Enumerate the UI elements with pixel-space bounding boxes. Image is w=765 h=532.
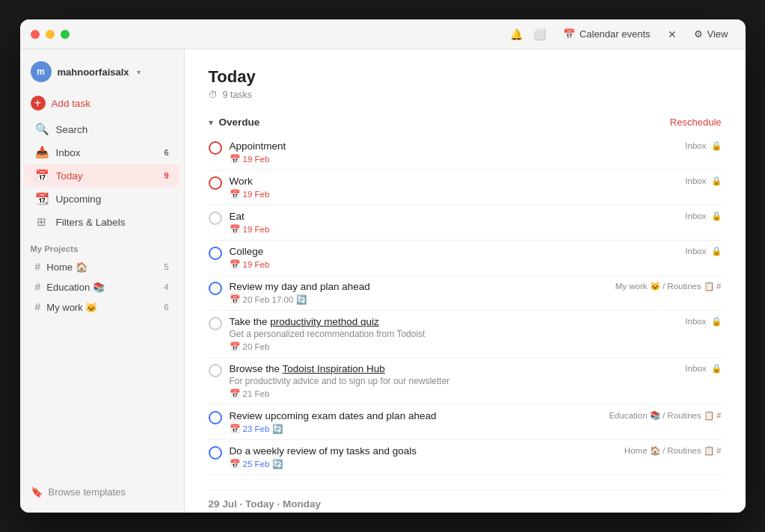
- app-window: 🔔 ⬜ 📅 Calendar events ✕ ⚙ View m mahnoor…: [20, 19, 746, 513]
- task-title: College: [230, 246, 671, 257]
- calendar-date-icon: 📅: [230, 294, 240, 305]
- filters-icon: ⊞: [35, 215, 49, 229]
- user-chevron-icon: ▾: [137, 68, 141, 76]
- user-profile[interactable]: m mahnoorfaisalx ▾: [20, 57, 184, 91]
- calendar-date-icon: 📅: [230, 389, 240, 399]
- inbox-badge: 6: [164, 148, 168, 157]
- task-item[interactable]: Review upcoming exam dates and plan ahea…: [209, 405, 722, 440]
- task-checkbox[interactable]: [209, 364, 222, 377]
- task-body: Browse the Todoist Inspiration Hub For p…: [230, 363, 671, 399]
- task-item[interactable]: College 📅 19 Feb Inbox 🔒: [209, 241, 722, 276]
- sidebar-item-today[interactable]: 📅 Today 9: [25, 164, 179, 187]
- task-count-row: ⏱ 9 tasks: [209, 90, 722, 100]
- task-count-icon: ⏱: [209, 90, 218, 100]
- task-checkbox[interactable]: [209, 211, 222, 225]
- task-body: College 📅 19 Feb: [230, 246, 671, 270]
- sidebar-item-filters[interactable]: ⊞ Filters & Labels: [25, 211, 179, 233]
- task-checkbox[interactable]: [209, 282, 222, 295]
- task-checkbox[interactable]: [209, 176, 222, 190]
- notification-icon[interactable]: 🔔: [510, 28, 523, 40]
- collapse-icon: ▾: [209, 117, 213, 128]
- task-link[interactable]: productivity method quiz: [270, 316, 379, 327]
- task-date: 📅 19 Feb: [230, 259, 671, 270]
- calendar-date-icon: 📅: [230, 259, 240, 270]
- task-body: Work 📅 19 Feb: [230, 176, 671, 200]
- project-item-education[interactable]: # Education 📚 4: [25, 277, 179, 297]
- project-item-mywork[interactable]: # My work 🐱 6: [25, 297, 179, 317]
- task-item[interactable]: Work 📅 19 Feb Inbox 🔒: [209, 170, 722, 205]
- sidebar: m mahnoorfaisalx ▾ + Add task 🔍 Search 📥…: [20, 49, 185, 513]
- lock-icon: 🔒: [711, 176, 722, 186]
- task-item[interactable]: Do a weekly review of my tasks and goals…: [209, 440, 722, 475]
- sidebar-item-search[interactable]: 🔍 Search: [25, 118, 179, 140]
- overdue-collapse[interactable]: ▾ Overdue: [209, 117, 260, 128]
- hash-icon: #: [35, 261, 41, 273]
- task-meta: Inbox 🔒: [678, 246, 721, 256]
- search-icon: 🔍: [35, 123, 49, 136]
- task-subtitle: Get a personalized recommendation from T…: [230, 329, 671, 339]
- page-header: Today ⏱ 9 tasks: [209, 67, 722, 100]
- task-body: Appointment 📅 19 Feb: [230, 140, 671, 164]
- maximize-button[interactable]: [61, 30, 70, 39]
- task-body: Do a weekly review of my tasks and goals…: [230, 445, 609, 469]
- task-meta: Inbox 🔒: [678, 363, 721, 374]
- task-body: Take the productivity method quiz Get a …: [230, 316, 671, 352]
- project-item-home[interactable]: # Home 🏠 5: [25, 257, 179, 276]
- task-item[interactable]: Browse the Todoist Inspiration Hub For p…: [209, 358, 722, 405]
- task-meta: Education 📚 / Routines 📋 #: [601, 410, 721, 421]
- task-meta: Inbox 🔒: [678, 140, 721, 151]
- overdue-label: Overdue: [219, 117, 260, 128]
- view-icon: ⚙: [694, 28, 703, 40]
- task-checkbox[interactable]: [209, 411, 222, 424]
- title-bar: 🔔 ⬜ 📅 Calendar events ✕ ⚙ View: [20, 19, 746, 49]
- close-panel-icon[interactable]: ✕: [668, 28, 677, 40]
- task-item[interactable]: Eat 📅 19 Feb Inbox 🔒: [209, 205, 722, 241]
- task-title: Work: [230, 176, 671, 187]
- task-title: Eat: [230, 211, 671, 222]
- task-item[interactable]: Review my day and plan ahead 📅 20 Feb 17…: [209, 276, 722, 311]
- task-item[interactable]: Appointment 📅 19 Feb Inbox 🔒: [209, 135, 722, 170]
- lock-icon: 🔒: [711, 316, 722, 327]
- calendar-events-button[interactable]: 📅 Calendar events: [556, 25, 657, 43]
- task-link[interactable]: Todoist Inspiration Hub: [283, 363, 385, 374]
- task-body: Review my day and plan ahead 📅 20 Feb 17…: [230, 281, 600, 305]
- close-button[interactable]: [31, 30, 40, 39]
- layout-icon[interactable]: ⬜: [533, 28, 546, 40]
- task-body: Review upcoming exam dates and plan ahea…: [230, 410, 595, 434]
- task-date: 📅 23 Feb 🔄: [230, 424, 595, 434]
- task-date: 📅 20 Feb 17:00 🔄: [230, 294, 600, 305]
- task-date: 📅 21 Feb: [230, 389, 671, 399]
- add-task-button[interactable]: + Add task: [20, 91, 184, 115]
- overdue-section-header: ▾ Overdue Reschedule: [209, 112, 722, 132]
- task-checkbox[interactable]: [209, 446, 222, 460]
- minimize-button[interactable]: [46, 30, 55, 39]
- lock-icon: 🔒: [711, 140, 722, 151]
- overdue-section: ▾ Overdue Reschedule Appointment 📅 19 Fe…: [209, 112, 722, 475]
- task-checkbox[interactable]: [209, 141, 222, 155]
- task-meta: Inbox 🔒: [678, 316, 721, 327]
- browse-templates-button[interactable]: 🔖 Browse templates: [31, 486, 173, 498]
- task-date: 📅 25 Feb 🔄: [230, 459, 609, 469]
- add-icon: +: [31, 96, 46, 111]
- inbox-icon: 📥: [35, 146, 49, 159]
- task-subtitle: For productivity advice and to sign up f…: [230, 376, 671, 386]
- recurring-icon: 🔄: [296, 294, 307, 305]
- task-date: 📅 20 Feb: [230, 341, 671, 352]
- task-item[interactable]: Take the productivity method quiz Get a …: [209, 311, 722, 358]
- reschedule-button[interactable]: Reschedule: [670, 117, 722, 128]
- task-checkbox[interactable]: [209, 247, 222, 260]
- task-title: Do a weekly review of my tasks and goals: [230, 445, 609, 457]
- view-button[interactable]: ⚙ View: [687, 25, 735, 43]
- upcoming-icon: 📆: [35, 192, 49, 205]
- task-checkbox[interactable]: [209, 317, 222, 330]
- task-meta: Inbox 🔒: [678, 176, 721, 186]
- templates-icon: 🔖: [31, 486, 43, 498]
- task-title: Appointment: [230, 140, 671, 152]
- task-meta: Inbox 🔒: [678, 211, 721, 221]
- sidebar-item-upcoming[interactable]: 📆 Upcoming: [25, 188, 179, 210]
- footer-date: 29 Jul · Today · Monday: [209, 490, 722, 513]
- sidebar-item-inbox[interactable]: 📥 Inbox 6: [25, 141, 179, 164]
- page-title: Today: [209, 67, 722, 87]
- task-meta: My work 🐱 / Routines 📋 #: [608, 281, 722, 291]
- today-badge: 9: [164, 171, 168, 180]
